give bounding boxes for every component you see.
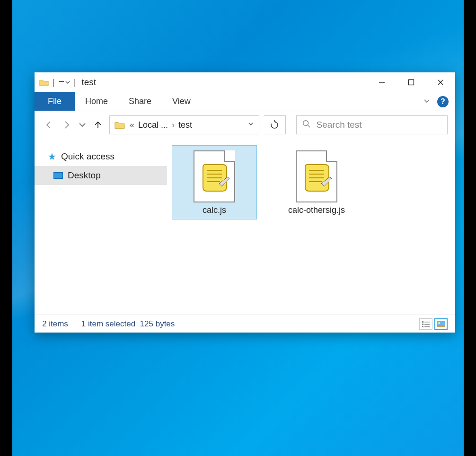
svg-rect-10 bbox=[424, 324, 430, 325]
window-title: test bbox=[81, 77, 96, 88]
forward-button[interactable] bbox=[60, 118, 73, 132]
folder-icon bbox=[39, 79, 49, 86]
svg-rect-11 bbox=[422, 326, 423, 327]
ribbon-expand-icon[interactable] bbox=[423, 97, 431, 106]
desktop-background: | | test File bbox=[12, 0, 464, 456]
status-item-count: 2 items bbox=[42, 319, 68, 329]
nav-toolbar: « Local ... › test Search test bbox=[35, 111, 455, 139]
svg-rect-0 bbox=[59, 81, 64, 82]
help-icon[interactable]: ? bbox=[437, 96, 449, 107]
back-button[interactable] bbox=[42, 118, 55, 132]
svg-rect-2 bbox=[409, 80, 414, 85]
svg-point-5 bbox=[303, 120, 308, 125]
tab-view[interactable]: View bbox=[162, 92, 201, 111]
sidebar-item-desktop[interactable]: Desktop bbox=[35, 166, 167, 185]
explorer-window: | | test File bbox=[35, 72, 455, 333]
maximize-button[interactable] bbox=[397, 72, 426, 92]
svg-line-6 bbox=[308, 125, 310, 127]
sidebar-item-quick-access[interactable]: ★ Quick access bbox=[35, 147, 167, 166]
breadcrumb-overflow[interactable]: « bbox=[130, 120, 134, 130]
tab-file[interactable]: File bbox=[35, 92, 75, 111]
recent-locations-button[interactable] bbox=[78, 118, 87, 132]
address-dropdown-icon[interactable] bbox=[247, 121, 254, 129]
titlebar: | | test bbox=[35, 72, 455, 92]
file-pane[interactable]: calc.js calc-othersig.js bbox=[167, 139, 455, 315]
qat-dropdown-icon[interactable] bbox=[59, 79, 70, 85]
file-name: calc.js bbox=[203, 205, 226, 215]
status-selection: 1 item selected 125 bytes bbox=[81, 319, 175, 329]
close-button[interactable] bbox=[426, 72, 455, 92]
svg-rect-14 bbox=[437, 325, 445, 327]
file-item[interactable]: calc-othersig.js bbox=[274, 145, 359, 219]
nav-pane: ★ Quick access Desktop bbox=[35, 139, 167, 315]
search-input[interactable]: Search test bbox=[296, 115, 448, 134]
star-icon: ★ bbox=[48, 151, 56, 162]
minimize-button[interactable] bbox=[367, 72, 397, 92]
up-button[interactable] bbox=[91, 118, 105, 132]
status-bar: 2 items 1 item selected 125 bytes bbox=[35, 315, 455, 333]
svg-rect-9 bbox=[422, 324, 423, 325]
js-file-icon bbox=[296, 150, 337, 202]
svg-point-15 bbox=[438, 322, 440, 324]
sidebar-item-label: Desktop bbox=[68, 170, 101, 181]
tab-home[interactable]: Home bbox=[75, 92, 118, 111]
file-item[interactable]: calc.js bbox=[172, 145, 257, 219]
svg-rect-12 bbox=[424, 326, 430, 327]
qat-divider-2: | bbox=[74, 78, 76, 88]
address-bar[interactable]: « Local ... › test bbox=[109, 115, 259, 134]
address-folder-icon bbox=[115, 121, 125, 129]
breadcrumb[interactable]: « Local ... › test bbox=[130, 120, 192, 130]
tab-share[interactable]: Share bbox=[118, 92, 162, 111]
window-controls bbox=[367, 72, 455, 92]
sidebar-item-label: Quick access bbox=[61, 151, 115, 162]
ribbon-tabs: File Home Share View ? bbox=[35, 92, 455, 111]
breadcrumb-separator-icon[interactable]: › bbox=[172, 120, 175, 130]
breadcrumb-current[interactable]: test bbox=[178, 120, 192, 130]
svg-rect-7 bbox=[422, 321, 423, 323]
breadcrumb-parent[interactable]: Local ... bbox=[138, 120, 168, 130]
view-switcher bbox=[419, 318, 448, 330]
refresh-button[interactable] bbox=[264, 115, 286, 134]
search-placeholder: Search test bbox=[317, 120, 362, 130]
search-icon bbox=[302, 120, 311, 131]
main-area: ★ Quick access Desktop bbox=[35, 139, 455, 315]
details-view-button[interactable] bbox=[419, 318, 432, 330]
js-file-icon bbox=[194, 150, 235, 202]
thumbnails-view-button[interactable] bbox=[434, 318, 448, 330]
qat-divider: | bbox=[53, 78, 55, 88]
file-name: calc-othersig.js bbox=[288, 205, 345, 215]
svg-rect-8 bbox=[424, 322, 430, 323]
desktop-icon bbox=[53, 172, 63, 179]
titlebar-left: | | test bbox=[35, 77, 367, 88]
